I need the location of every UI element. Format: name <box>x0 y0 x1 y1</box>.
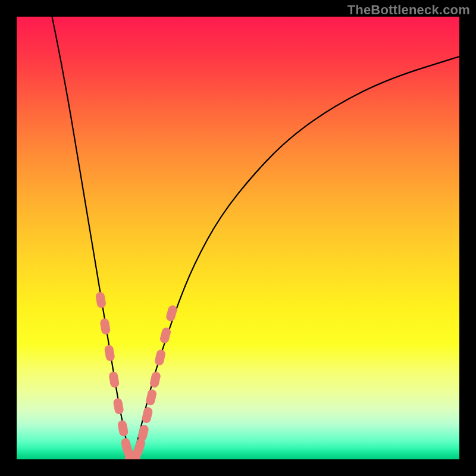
bottleneck-curve <box>17 17 459 459</box>
chart-frame: TheBottleneck.com <box>0 0 476 476</box>
bead-marker <box>142 406 153 423</box>
bead-marker <box>146 389 157 406</box>
bead-marker <box>104 345 115 361</box>
bead-marker <box>159 327 171 344</box>
bead-marker <box>117 420 129 437</box>
bead-marker <box>109 371 120 388</box>
bead-marker <box>149 371 161 388</box>
watermark-text: TheBottleneck.com <box>347 2 470 18</box>
bead-marker <box>165 305 177 322</box>
bead-marker <box>113 398 124 415</box>
bead-marker <box>100 318 111 335</box>
bead-marker <box>154 349 165 366</box>
bead-marker <box>95 292 106 308</box>
bead-marker-group <box>95 292 177 459</box>
curve-path <box>52 17 460 459</box>
bead-marker <box>137 424 149 441</box>
plot-area <box>17 17 459 459</box>
